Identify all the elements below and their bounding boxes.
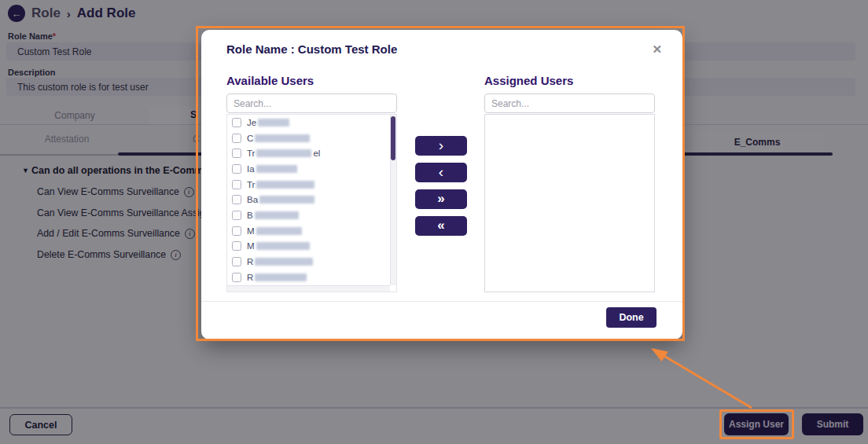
- user-name-redacted: [256, 149, 311, 157]
- user-checkbox[interactable]: [232, 241, 241, 251]
- user-checkbox[interactable]: [232, 257, 241, 266]
- user-name-redacted: [259, 196, 314, 204]
- user-row[interactable]: Trel: [227, 145, 396, 161]
- user-name-redacted: [256, 181, 314, 189]
- move-left-button[interactable]: ‹: [415, 163, 467, 182]
- double-chevron-left-icon: «: [437, 218, 444, 233]
- user-name: R: [247, 273, 308, 282]
- vertical-scrollbar-thumb[interactable]: [391, 116, 395, 160]
- user-name-redacted: [255, 134, 310, 142]
- user-name-prefix: M: [247, 241, 255, 251]
- user-row[interactable]: R: [227, 270, 396, 285]
- user-name-prefix: Ba: [247, 195, 258, 204]
- user-name-redacted: [255, 258, 313, 266]
- user-name: M: [247, 241, 311, 251]
- available-users-list[interactable]: Je C Trel Ia Tr Ba B: [226, 114, 397, 292]
- user-checkbox[interactable]: [232, 273, 241, 282]
- user-checkbox[interactable]: [232, 164, 241, 174]
- user-row[interactable]: C: [227, 130, 396, 146]
- assigned-users-search-input[interactable]: [484, 94, 655, 113]
- user-name-prefix: Tr: [247, 149, 255, 158]
- user-name-prefix: C: [247, 134, 253, 143]
- user-name: Trel: [247, 149, 320, 158]
- user-name-prefix: Tr: [247, 180, 255, 189]
- assign-user-modal: Role Name : Custom Test Role ✕ Available…: [201, 30, 682, 339]
- user-name: C: [247, 134, 311, 143]
- assigned-users-heading: Assigned Users: [484, 74, 573, 87]
- user-name-prefix: R: [247, 273, 253, 282]
- user-checkbox[interactable]: [232, 195, 241, 204]
- modal-footer-divider: [201, 301, 682, 302]
- user-row[interactable]: R: [227, 254, 396, 270]
- user-name: Je: [247, 118, 291, 127]
- user-checkbox[interactable]: [232, 226, 241, 236]
- done-button[interactable]: Done: [606, 307, 657, 328]
- user-name: B: [247, 211, 300, 220]
- user-checkbox[interactable]: [232, 118, 241, 127]
- user-name-redacted: [256, 165, 297, 173]
- assigned-users-list[interactable]: [484, 114, 655, 292]
- user-row[interactable]: Ia: [227, 161, 396, 177]
- user-name-redacted: [255, 211, 299, 219]
- user-name: R: [247, 257, 314, 266]
- move-right-button[interactable]: ›: [415, 136, 467, 156]
- available-users-search-input[interactable]: [226, 94, 397, 113]
- double-chevron-right-icon: »: [437, 192, 444, 207]
- user-row[interactable]: M: [227, 239, 396, 255]
- horizontal-scrollbar[interactable]: [227, 285, 390, 292]
- chevron-left-icon: ‹: [439, 164, 443, 182]
- user-row[interactable]: Je: [227, 115, 396, 130]
- user-name-prefix: R: [247, 257, 253, 266]
- user-name-redacted: [256, 242, 310, 250]
- user-name: Ba: [247, 195, 316, 204]
- move-all-left-button[interactable]: «: [415, 216, 467, 236]
- user-checkbox[interactable]: [232, 149, 241, 158]
- user-name: M: [247, 226, 303, 236]
- user-name-suffix: el: [313, 149, 320, 158]
- vertical-scrollbar[interactable]: [390, 115, 396, 285]
- user-checkbox[interactable]: [232, 180, 241, 189]
- available-users-heading: Available Users: [226, 74, 314, 87]
- user-name: Tr: [247, 180, 316, 189]
- app-window: ← Role › Add Role Role Name* Description…: [0, 0, 868, 444]
- user-name-prefix: Ia: [247, 164, 255, 174]
- user-checkbox[interactable]: [232, 134, 241, 143]
- user-row[interactable]: M: [227, 223, 396, 239]
- user-name-redacted: [256, 227, 302, 235]
- modal-title: Role Name : Custom Test Role: [226, 42, 397, 56]
- user-name: Ia: [247, 164, 299, 174]
- user-name-prefix: M: [247, 226, 255, 236]
- user-name-prefix: Je: [247, 118, 256, 127]
- move-all-right-button[interactable]: »: [415, 189, 467, 209]
- user-row[interactable]: Tr: [227, 177, 396, 193]
- chevron-right-icon: ›: [439, 138, 443, 155]
- user-name-prefix: B: [247, 211, 253, 220]
- user-row[interactable]: Ba: [227, 192, 396, 207]
- user-name-redacted: [255, 273, 307, 281]
- user-row[interactable]: B: [227, 207, 396, 223]
- user-checkbox[interactable]: [232, 211, 241, 220]
- close-icon[interactable]: ✕: [652, 42, 662, 57]
- user-name-redacted: [258, 119, 289, 127]
